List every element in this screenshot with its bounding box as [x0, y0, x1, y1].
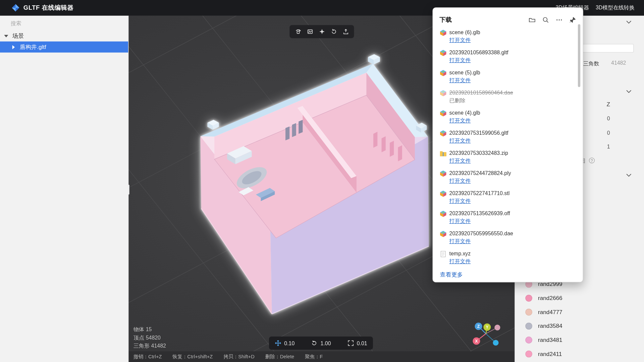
download-file-name[interactable]: temp.xyz: [449, 250, 471, 257]
focus-icon[interactable]: [317, 27, 327, 37]
material-row[interactable]: rand2666: [515, 291, 644, 305]
section-chevron-icon[interactable]: [626, 90, 631, 93]
material-name: rand3584: [538, 322, 562, 329]
export-icon[interactable]: [341, 27, 351, 37]
model-file-icon: [440, 29, 446, 36]
downloads-header: 下载: [433, 8, 583, 26]
download-file-name[interactable]: 202392075135626939.off: [449, 210, 510, 217]
material-name: rand2666: [538, 295, 562, 301]
axis-gizmo[interactable]: Z Y X: [469, 320, 505, 350]
download-file-name[interactable]: 202392075059956550.dae: [449, 230, 513, 237]
download-item-deleted[interactable]: 202392010158960464.dae 已删除: [440, 89, 583, 107]
panel-resize-handle[interactable]: [128, 185, 129, 194]
link-model-convert[interactable]: 3D模型在线转换: [596, 4, 635, 11]
more-options-icon[interactable]: [555, 16, 563, 23]
download-file-name[interactable]: 20239207531599056.gltf: [449, 130, 508, 136]
downloads-list: scene (6).glb 打开文件 20239201056893388.glt…: [433, 27, 583, 268]
model-3d-render[interactable]: [201, 54, 429, 314]
snapshot-icon[interactable]: [305, 27, 315, 37]
download-file-name[interactable]: 202392075227417710.stl: [449, 190, 510, 197]
model-file-icon: [440, 110, 446, 117]
model-file-icon: [440, 170, 446, 177]
rotate-snap[interactable]: 1.00: [311, 340, 331, 347]
material-row[interactable]: rand2411: [515, 347, 644, 361]
download-item[interactable]: 202392075227417710.stl 打开文件: [440, 190, 583, 208]
download-item[interactable]: 20239207530332483.zip 打开文件: [440, 150, 583, 168]
download-item[interactable]: temp.xyz 打开文件: [440, 250, 583, 268]
gizmo-neg-axis[interactable]: [493, 340, 498, 346]
rotate-view-icon[interactable]: [329, 27, 338, 37]
popup-scrollbar[interactable]: [578, 24, 580, 87]
download-item[interactable]: 20239207531599056.gltf 打开文件: [440, 130, 583, 147]
model-file-icon: [440, 210, 446, 217]
open-file-link[interactable]: 打开文件: [449, 57, 471, 64]
plain-file-icon: [440, 251, 446, 257]
reset-view-icon[interactable]: [293, 27, 303, 37]
help-icon[interactable]: ?: [589, 158, 595, 163]
translate-icon: [275, 340, 281, 347]
download-item[interactable]: 202392075135626939.off 打开文件: [440, 210, 583, 228]
scale-snap[interactable]: 0.01: [347, 340, 367, 347]
shortcut-redo: 恢复：Ctrl+shift+Z: [172, 353, 213, 360]
open-file-link[interactable]: 打开文件: [449, 157, 471, 165]
download-item[interactable]: scene (4).glb 打开文件: [440, 110, 583, 127]
section-chevron-icon[interactable]: [626, 174, 631, 177]
app-title: GLTF 在线编辑器: [23, 4, 74, 12]
material-color-swatch: [525, 295, 532, 302]
app-logo-icon: [11, 4, 19, 12]
open-file-link[interactable]: 打开文件: [449, 238, 471, 245]
download-item[interactable]: 202392075059956550.dae 打开文件: [440, 230, 583, 248]
open-file-link[interactable]: 打开文件: [449, 197, 471, 205]
open-file-link[interactable]: 打开文件: [449, 218, 471, 225]
material-name: rand2411: [538, 351, 562, 357]
section-chevron-icon[interactable]: [626, 20, 631, 24]
shortcut-undo: 撤销：Ctrl+Z: [133, 353, 162, 360]
material-row[interactable]: rand3481: [515, 333, 644, 347]
search-downloads-icon[interactable]: [542, 16, 549, 23]
gizmo-y-label: Y: [486, 325, 488, 329]
download-file-name[interactable]: 20239201056893388.gltf: [449, 49, 508, 56]
see-more-link[interactable]: 查看更多: [440, 271, 463, 279]
open-file-link[interactable]: 打开文件: [449, 258, 471, 265]
open-file-link[interactable]: 打开文件: [449, 137, 471, 144]
download-item[interactable]: 202392075244728824.ply 打开文件: [440, 170, 583, 188]
shortcut-copy: 拷贝：Shift+D: [223, 353, 255, 360]
vector-value[interactable]: 1: [607, 144, 610, 150]
open-downloads-folder-icon[interactable]: [528, 16, 536, 23]
material-color-swatch: [525, 336, 532, 343]
open-file-link[interactable]: 打开文件: [449, 37, 471, 44]
stat-objects: 物体15: [133, 325, 166, 334]
pin-popup-icon[interactable]: [569, 16, 576, 23]
download-item[interactable]: scene (5).glb 打开文件: [440, 69, 583, 87]
download-item[interactable]: scene (6).glb 打开文件: [440, 29, 583, 47]
model-file-icon: [440, 190, 446, 197]
scene-tree-sidebar: 场景 盾构井.gltf: [0, 16, 128, 362]
zip-file-icon: [440, 150, 446, 157]
vector-value[interactable]: 0: [607, 115, 610, 121]
downloads-title: 下载: [439, 16, 452, 24]
material-row[interactable]: rand4777: [515, 305, 644, 319]
download-file-name[interactable]: scene (6).glb: [449, 29, 480, 36]
model-file-icon: [440, 130, 446, 137]
gizmo-neg-axis[interactable]: [494, 325, 500, 330]
shortcut-hint-bar: 撤销：Ctrl+Z 恢复：Ctrl+shift+Z 拷贝：Shift+D 删除：…: [128, 351, 515, 362]
open-file-link[interactable]: 打开文件: [449, 177, 471, 185]
gltf-editor-app: GLTF 在线编辑器 3D场景编辑器 3D模型在线转换 场景 盾构井.gltf: [0, 0, 644, 362]
download-item[interactable]: 20239201056893388.gltf 打开文件: [440, 49, 583, 67]
tree-node-scene[interactable]: 场景: [0, 31, 128, 42]
download-file-name[interactable]: 202392075244728824.ply: [449, 170, 511, 177]
download-file-name[interactable]: 20239207530332483.zip: [449, 150, 508, 157]
scene-stats: 物体15 顶点54820 三角形41482: [133, 325, 166, 350]
open-file-link[interactable]: 打开文件: [449, 77, 471, 84]
search-input[interactable]: [10, 20, 118, 27]
download-file-name[interactable]: scene (5).glb: [449, 69, 480, 76]
download-file-name[interactable]: scene (4).glb: [449, 110, 480, 116]
material-row[interactable]: rand3584: [515, 319, 644, 333]
triangle-count-value: 41482: [611, 60, 626, 66]
open-file-link[interactable]: 打开文件: [449, 117, 471, 124]
tree-node-model-selected[interactable]: 盾构井.gltf: [0, 42, 128, 53]
translate-snap[interactable]: 0.10: [275, 340, 294, 347]
shortcut-delete: 删除：Delete: [265, 353, 294, 360]
model-file-icon: [440, 50, 446, 56]
vector-value[interactable]: 0: [607, 130, 610, 136]
